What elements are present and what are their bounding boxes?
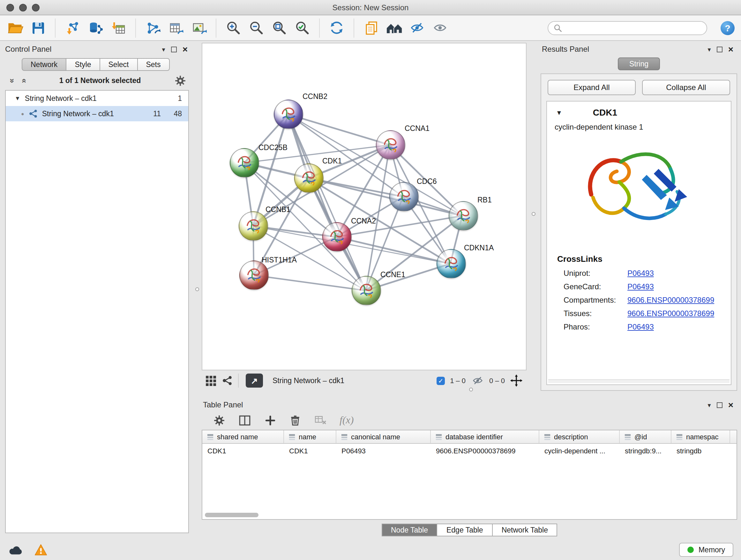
network-node-ccne1[interactable] bbox=[352, 276, 381, 305]
export-table-button[interactable] bbox=[167, 19, 185, 37]
main-area: Control Panel ▾ × NetworkStyleSelectSets… bbox=[0, 41, 741, 540]
panel-menu-icon[interactable]: ▾ bbox=[708, 401, 711, 408]
crosslink-value-link[interactable]: 9606.ENSP00000378699 bbox=[627, 295, 714, 304]
tab-style[interactable]: Style bbox=[66, 58, 100, 71]
pan-move-icon[interactable] bbox=[510, 374, 523, 387]
network-node-ccna1[interactable] bbox=[376, 130, 405, 160]
float-panel-icon[interactable] bbox=[171, 46, 177, 52]
warnings-button[interactable] bbox=[34, 543, 48, 556]
network-edge[interactable] bbox=[336, 237, 450, 264]
save-session-button[interactable] bbox=[29, 19, 47, 37]
network-node-cdkn1a[interactable] bbox=[436, 249, 466, 278]
float-panel-icon[interactable] bbox=[717, 46, 723, 52]
collapse-all-icon[interactable]: » bbox=[8, 78, 17, 83]
show-columns-icon[interactable] bbox=[238, 414, 252, 427]
open-session-button[interactable] bbox=[6, 19, 23, 37]
section-collapse-icon[interactable]: ▼ bbox=[556, 109, 562, 116]
selected-checkbox-icon[interactable]: ✓ bbox=[436, 376, 445, 385]
import-network-file-button[interactable] bbox=[64, 19, 81, 37]
network-edge[interactable] bbox=[288, 114, 390, 145]
tab-edge-table[interactable]: Edge Table bbox=[437, 523, 493, 537]
crosslink-value-link[interactable]: 9606.ENSP00000378699 bbox=[627, 309, 714, 318]
zoom-out-button[interactable] bbox=[248, 19, 265, 37]
network-node-cdc25b[interactable] bbox=[230, 148, 259, 178]
network-edge[interactable] bbox=[288, 114, 366, 291]
tree-expand-icon[interactable]: ▼ bbox=[15, 95, 20, 102]
tab-select[interactable]: Select bbox=[100, 58, 138, 71]
column-header-namespac[interactable]: namespac bbox=[671, 430, 730, 443]
save-floppy-icon bbox=[30, 20, 46, 36]
close-panel-icon[interactable]: × bbox=[728, 46, 733, 52]
float-panel-icon[interactable] bbox=[717, 402, 723, 408]
close-panel-icon[interactable]: × bbox=[183, 46, 188, 52]
panel-menu-icon[interactable]: ▾ bbox=[162, 46, 165, 53]
hide-selected-button[interactable] bbox=[408, 19, 426, 37]
crosslink-value-link[interactable]: P06493 bbox=[627, 282, 654, 291]
network-canvas[interactable]: CCNB2CCNA1CDC25BCDK1CDC6RB1CCNB1CCNA2CDK… bbox=[202, 43, 527, 370]
column-header-canonical-name[interactable]: canonical name bbox=[336, 430, 431, 443]
grid-view-icon[interactable] bbox=[205, 375, 216, 386]
import-network-database-button[interactable] bbox=[87, 19, 104, 37]
crosslink-value-link[interactable]: P06493 bbox=[627, 322, 654, 331]
network-share-icon[interactable] bbox=[222, 375, 232, 386]
delete-column-trash-icon[interactable] bbox=[289, 414, 301, 426]
minimize-window-button[interactable] bbox=[19, 4, 27, 11]
zoom-selected-button[interactable] bbox=[293, 19, 311, 37]
column-header-database-identifier[interactable]: database identifier bbox=[431, 430, 539, 443]
gear-icon[interactable] bbox=[174, 74, 186, 86]
network-collection-row[interactable]: ▼ String Network – cdk1 1 bbox=[6, 91, 188, 106]
tab-sets[interactable]: Sets bbox=[138, 58, 170, 71]
memory-button[interactable]: Memory bbox=[679, 543, 733, 557]
tab-network[interactable]: Network bbox=[22, 58, 66, 71]
tab-string[interactable]: String bbox=[618, 57, 660, 70]
application-window: Session: New Session bbox=[0, 0, 741, 560]
horizontal-splitter-handle[interactable] bbox=[469, 388, 473, 391]
search-box[interactable] bbox=[548, 21, 707, 35]
apply-layout-button[interactable] bbox=[328, 19, 345, 37]
column-header-shared-name[interactable]: shared name bbox=[202, 430, 284, 443]
network-row[interactable]: ● String Network – cdk1 11 48 bbox=[6, 106, 188, 121]
maximize-window-button[interactable] bbox=[32, 4, 40, 11]
tab-network-table[interactable]: Network Table bbox=[493, 523, 557, 537]
results-splitter-handle[interactable] bbox=[532, 212, 536, 216]
results-scrollbar[interactable] bbox=[548, 379, 730, 383]
expand-all-button[interactable]: Expand All bbox=[548, 80, 636, 95]
help-button[interactable]: ? bbox=[721, 21, 735, 35]
network-node-ccnb2[interactable] bbox=[274, 100, 303, 129]
zoom-fit-button[interactable] bbox=[271, 19, 288, 37]
open-in-window-button[interactable]: ↗ bbox=[246, 374, 263, 388]
close-window-button[interactable] bbox=[6, 4, 14, 11]
network-node-ccna2[interactable] bbox=[322, 222, 352, 252]
cybrowser-home-button[interactable] bbox=[386, 19, 403, 37]
expand-all-icon[interactable]: » bbox=[19, 78, 28, 83]
search-input[interactable] bbox=[566, 24, 701, 32]
tab-node-table[interactable]: Node Table bbox=[381, 523, 437, 537]
import-table-button[interactable] bbox=[110, 19, 127, 37]
cloud-button[interactable] bbox=[8, 544, 23, 555]
table-hscrollbar[interactable] bbox=[205, 513, 259, 517]
crosslink-value-link[interactable]: P06493 bbox=[627, 268, 654, 277]
annotation-button[interactable] bbox=[362, 19, 380, 37]
table-settings-gear-icon[interactable] bbox=[213, 414, 225, 426]
gene-section-header[interactable]: ▼ CDK1 bbox=[547, 102, 731, 121]
column-header--id[interactable]: @id bbox=[620, 430, 671, 443]
table-row[interactable]: CDK1CDK1P064939606.ENSP00000378699cyclin… bbox=[202, 444, 737, 458]
network-node-hist1h1a[interactable] bbox=[239, 260, 269, 290]
export-network-button[interactable] bbox=[144, 19, 161, 37]
close-panel-icon[interactable]: × bbox=[728, 401, 733, 408]
panel-menu-icon[interactable]: ▾ bbox=[708, 46, 711, 53]
collapse-all-button[interactable]: Collapse All bbox=[642, 80, 730, 95]
zoom-in-button[interactable] bbox=[225, 19, 242, 37]
network-node-cdc6[interactable] bbox=[389, 182, 419, 211]
export-image-button[interactable] bbox=[190, 19, 207, 37]
add-column-icon[interactable] bbox=[264, 414, 276, 426]
network-node-cdk1[interactable] bbox=[294, 164, 324, 193]
network-node-rb1[interactable] bbox=[449, 201, 478, 231]
network-edge[interactable] bbox=[254, 275, 366, 291]
column-header-description[interactable]: description bbox=[539, 430, 620, 443]
crosslink-label: Tissues: bbox=[563, 309, 627, 318]
show-all-button[interactable] bbox=[431, 19, 449, 37]
network-node-ccnb1[interactable] bbox=[239, 211, 268, 241]
vertical-splitter-handle[interactable] bbox=[195, 287, 199, 291]
column-header-name[interactable]: name bbox=[284, 430, 336, 443]
